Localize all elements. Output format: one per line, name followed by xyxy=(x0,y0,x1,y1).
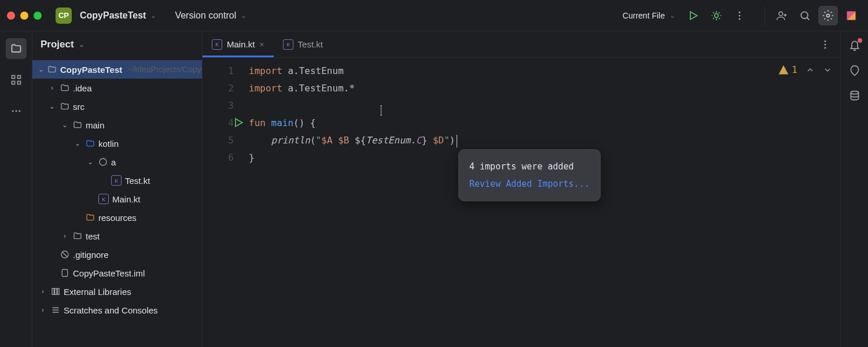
svg-point-7 xyxy=(827,14,830,17)
kt-icon xyxy=(98,194,109,204)
svg-rect-12 xyxy=(12,82,14,84)
tree-expand-icon[interactable]: ⌄ xyxy=(60,121,69,129)
tree-label: CopyPasteTest xyxy=(60,65,122,75)
inspection-warnings[interactable]: 1 xyxy=(778,61,797,79)
tree-expand-icon[interactable]: ⌄ xyxy=(38,65,44,73)
editor-tabs: Main.kt×Test.kt xyxy=(203,31,840,58)
line-number[interactable]: 2 xyxy=(203,80,234,97)
tree-label: src xyxy=(73,102,84,112)
tree-expand-icon[interactable]: › xyxy=(38,306,47,314)
vcs-selector[interactable]: Version control ⌄ xyxy=(170,8,251,23)
tree-node[interactable]: resources xyxy=(32,208,202,227)
tree-node[interactable]: .gitignore xyxy=(32,245,202,264)
tree-label: .gitignore xyxy=(73,250,109,260)
tree-expand-icon[interactable]: › xyxy=(60,232,69,240)
tree-label: Test.kt xyxy=(125,176,150,186)
search-everywhere-button[interactable] xyxy=(795,6,815,25)
dir-icon xyxy=(60,102,69,111)
project-tree[interactable]: ⌄CopyPasteTest~/IdeaProjects/CopyPasteTe… xyxy=(32,58,202,322)
code-line[interactable]: import a.TestEnum xyxy=(249,62,840,80)
tree-node[interactable]: ›Scratches and Consoles xyxy=(32,301,202,319)
run-gutter-icon[interactable] xyxy=(233,117,244,128)
tree-node[interactable]: ⌄src xyxy=(32,97,202,116)
tab-options-button[interactable] xyxy=(815,31,836,57)
tree-label: Main.kt xyxy=(112,194,140,204)
text-cursor-icon: I xyxy=(380,102,382,119)
settings-button[interactable] xyxy=(818,6,838,25)
project-icon: CP xyxy=(56,8,72,24)
code-line[interactable]: println("$A $B ${TestEnum.C} $D") xyxy=(249,132,840,149)
editor-tab[interactable]: Test.kt xyxy=(274,31,332,57)
code-with-me-button[interactable] xyxy=(772,6,792,25)
debug-button[interactable] xyxy=(707,6,726,25)
res-icon xyxy=(86,213,95,222)
editor-tab[interactable]: Main.kt× xyxy=(203,31,274,57)
tab-label: Main.kt xyxy=(227,39,255,49)
svg-rect-19 xyxy=(62,270,67,276)
line-number[interactable]: 1 xyxy=(203,62,234,80)
more-actions-button[interactable] xyxy=(730,6,749,25)
line-number[interactable]: 3 xyxy=(203,97,234,115)
more-tool-windows-button[interactable] xyxy=(6,101,27,121)
kt-icon xyxy=(111,175,122,186)
editor-content[interactable]: import a.TestEnumimport a.TestEnum.*fun … xyxy=(244,58,840,347)
popup-message: 4 imports were added xyxy=(469,158,590,175)
tree-path: ~/IdeaProjects/CopyPasteTest xyxy=(128,65,202,74)
tree-node[interactable]: ›.idea xyxy=(32,79,202,97)
tree-node[interactable]: ⌄kotlin xyxy=(32,134,202,153)
close-window-icon[interactable] xyxy=(7,12,15,20)
warning-count: 1 xyxy=(792,61,797,79)
zoom-window-icon[interactable] xyxy=(34,12,42,20)
dir-src-icon xyxy=(86,139,95,148)
svg-point-24 xyxy=(825,43,826,45)
line-number[interactable]: 6 xyxy=(203,149,234,167)
tree-expand-icon[interactable]: ⌄ xyxy=(73,139,82,147)
review-imports-link[interactable]: Review Added Imports... xyxy=(469,179,590,189)
ai-assistant-button[interactable] xyxy=(849,65,860,76)
plugin-icon[interactable] xyxy=(841,6,861,25)
structure-tool-button[interactable] xyxy=(6,69,27,90)
line-number[interactable]: 4 xyxy=(203,115,234,132)
close-tab-icon[interactable]: × xyxy=(259,40,264,49)
dir-icon xyxy=(47,65,57,74)
tree-node[interactable]: Main.kt xyxy=(32,190,202,208)
code-line[interactable]: import a.TestEnum.* xyxy=(249,80,840,97)
svg-point-23 xyxy=(825,40,826,42)
svg-point-1 xyxy=(715,13,719,17)
tree-node[interactable]: ›test xyxy=(32,227,202,245)
tree-node[interactable]: ⌄a xyxy=(32,153,202,171)
tree-node[interactable]: Test.kt xyxy=(32,171,202,190)
tree-expand-icon[interactable]: ⌄ xyxy=(47,102,57,110)
svg-point-3 xyxy=(739,14,741,16)
database-button[interactable] xyxy=(849,90,860,102)
editor-gutter[interactable]: 123456 xyxy=(203,58,244,347)
run-config-selector[interactable]: Current File ⌄ xyxy=(618,9,680,23)
kotlin-file-icon xyxy=(212,39,222,50)
minimize-window-icon[interactable] xyxy=(20,12,28,20)
next-highlight-button[interactable] xyxy=(823,65,832,75)
tree-node[interactable]: ⌄CopyPasteTest~/IdeaProjects/CopyPasteTe… xyxy=(32,60,202,79)
tree-node[interactable]: ⌄main xyxy=(32,116,202,134)
svg-rect-22 xyxy=(57,289,59,295)
svg-point-2 xyxy=(739,11,741,13)
line-number[interactable]: 5 xyxy=(203,132,234,149)
svg-point-5 xyxy=(779,12,783,16)
kotlin-file-icon xyxy=(283,39,293,50)
tree-node[interactable]: ›External Libraries xyxy=(32,282,202,301)
code-line[interactable] xyxy=(249,97,840,115)
svg-rect-20 xyxy=(52,289,54,295)
chevron-down-icon[interactable]: ⌄ xyxy=(79,40,84,49)
tree-expand-icon[interactable]: › xyxy=(47,84,57,92)
project-selector[interactable]: CopyPasteTest ⌄ xyxy=(75,8,161,23)
code-line[interactable]: fun main() { xyxy=(249,115,840,132)
tree-label: main xyxy=(86,120,105,130)
prev-highlight-button[interactable] xyxy=(806,65,815,75)
tree-expand-icon[interactable]: › xyxy=(38,287,47,296)
tree-expand-icon[interactable]: ⌄ xyxy=(86,158,95,166)
tree-node[interactable]: CopyPasteTest.iml xyxy=(32,264,202,282)
scratch-icon xyxy=(51,305,60,315)
lib-icon xyxy=(51,287,60,296)
project-tool-button[interactable] xyxy=(6,38,27,59)
run-button[interactable] xyxy=(683,6,703,25)
tree-label: Scratches and Consoles xyxy=(64,305,158,315)
